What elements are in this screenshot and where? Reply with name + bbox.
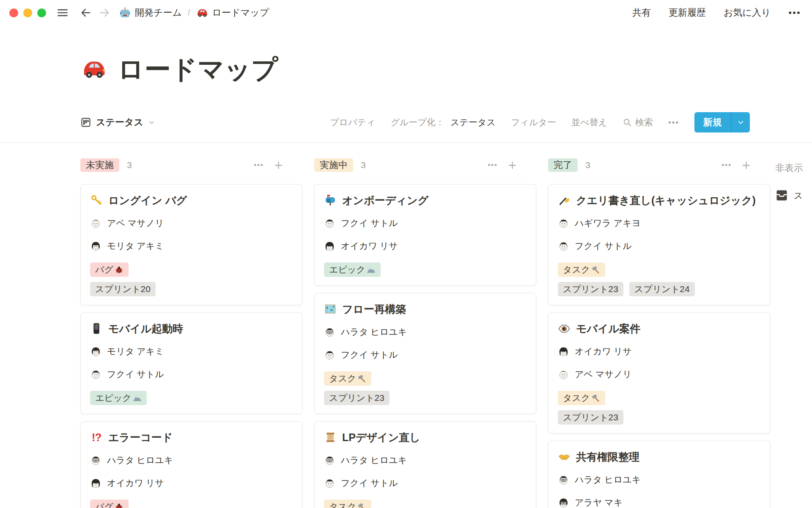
topbar-actions: 共有 更新履歴 お気に入り ••• (632, 6, 812, 19)
column-more-button[interactable]: ••• (488, 161, 498, 169)
card-title: クエリ書き直し(キャッシュロジック) (558, 193, 760, 207)
tag-epic: エピック (90, 391, 147, 405)
hammer-icon (591, 265, 600, 274)
column-add-button[interactable] (507, 160, 518, 171)
group-by-label: グループ化： (391, 116, 444, 128)
column-count: 3 (585, 160, 590, 170)
column-header: 完了 3 ••• (548, 158, 770, 172)
handshake-icon (558, 450, 571, 463)
search-button[interactable]: 検索 (623, 116, 653, 128)
share-button[interactable]: 共有 (632, 6, 651, 19)
mountain-icon (133, 394, 142, 403)
hidden-group-item[interactable]: ス (775, 189, 812, 202)
card-tags: エピック (90, 391, 293, 405)
favorites-button[interactable]: お気に入り (724, 6, 771, 19)
tag-sprint: スプリント20 (90, 282, 156, 296)
card[interactable]: モバイル案件 オイカワ リサ アベ マサノリ タスク スプリント23 (548, 312, 770, 433)
avatar-woman-bob-icon (90, 240, 102, 252)
red-car-icon[interactable] (81, 56, 107, 83)
status-badge[interactable]: 未実施 (80, 158, 119, 172)
nav-back-button[interactable] (80, 7, 92, 19)
plus-icon (741, 160, 752, 171)
close-button[interactable] (9, 8, 18, 17)
tag-sprint: スプリント23 (324, 391, 390, 405)
person-property: アラヤ マキ (558, 496, 760, 508)
writing-hand-icon (558, 194, 571, 207)
filter-button[interactable]: フィルター (511, 116, 556, 128)
sidebar-toggle-button[interactable] (56, 6, 69, 19)
status-badge[interactable]: 実施中 (314, 158, 353, 172)
board-column-not-started: 未実施 3 ••• ロングイン バグ アベ マサノリ モリタ アキミ (80, 158, 302, 508)
card-title: 共有権限整理 (558, 450, 760, 464)
column-add-button[interactable] (273, 160, 284, 171)
breadcrumb-workspace-label: 開発チーム (135, 6, 182, 19)
card-tags: バグ スプリント20 (90, 262, 293, 296)
key-icon (90, 194, 103, 207)
column-add-button[interactable] (741, 160, 752, 171)
page-title-text[interactable]: ロードマップ (118, 52, 278, 87)
breadcrumb-page[interactable]: ロードマップ (194, 6, 272, 20)
plus-icon (273, 160, 284, 171)
column-more-button[interactable]: ••• (254, 161, 264, 169)
card[interactable]: フロー再構築 ハラタ ヒロユキ フクイ サトル タスク スプリント23 (314, 293, 536, 414)
tag-task: タスク (324, 500, 371, 508)
hammer-icon (591, 394, 600, 403)
person-property: アベ マサノリ (558, 368, 760, 381)
column-more-button[interactable]: ••• (721, 161, 732, 169)
view-tab-label: ステータス (96, 116, 143, 129)
tag-task: タスク (324, 371, 371, 386)
card[interactable]: LPデザイン直し ハラタ ヒロユキ フクイ サトル タスク (314, 421, 536, 508)
plus-icon (507, 160, 518, 171)
tag-sprint: スプリント23 (558, 410, 623, 425)
person-property: フクイ サトル (324, 217, 527, 229)
tag-task: タスク (558, 391, 605, 405)
card-title: モバイル案件 (558, 321, 760, 336)
group-by-value: ステータス (450, 116, 496, 128)
avatar-man-older-icon (90, 218, 102, 229)
card[interactable]: 共有権限整理 ハラタ ヒロユキ アラヤ マキ (548, 441, 770, 508)
card-title: オンボーディング (324, 193, 527, 207)
updates-button[interactable]: 更新履歴 (669, 6, 706, 19)
nav-forward-button[interactable] (99, 7, 110, 19)
new-dropdown-button[interactable] (731, 112, 750, 133)
card[interactable]: エラーコード ハラタ ヒロユキ オイカワ リサ バグ (80, 421, 302, 508)
status-badge[interactable]: 完了 (548, 158, 578, 172)
person-property: ハラタ ヒロユキ (324, 326, 527, 338)
column-header: 未実施 3 ••• (80, 158, 302, 172)
card[interactable]: クエリ書き直し(キャッシュロジック) ハギワラ アキヨ フクイ サトル タスク … (548, 184, 770, 305)
zoom-button[interactable] (37, 8, 46, 17)
hammer-icon (357, 502, 366, 508)
card[interactable]: ロングイン バグ アベ マサノリ モリタ アキミ バグ スプリント20 (80, 184, 302, 305)
search-label: 検索 (635, 116, 653, 128)
tag-task: タスク (558, 262, 605, 277)
minimize-button[interactable] (23, 8, 32, 17)
toolbar-divider (0, 142, 812, 143)
card-title: ロングイン バグ (90, 193, 293, 207)
avatar-man-dark-icon (324, 218, 335, 229)
column-count: 3 (361, 160, 366, 170)
group-by-button[interactable]: グループ化： ステータス (391, 116, 496, 128)
more-menu-button[interactable]: ••• (788, 8, 801, 18)
chevron-down-icon (737, 119, 745, 127)
new-button-label[interactable]: 新規 (694, 112, 731, 133)
breadcrumb-workspace[interactable]: 開発チーム (116, 6, 184, 20)
window-controls (9, 8, 46, 17)
mailbox-icon (324, 194, 337, 207)
avatar-woman-glasses-icon (558, 497, 569, 508)
new-button[interactable]: 新規 (694, 112, 750, 133)
sort-button[interactable]: 並べ替え (571, 116, 607, 128)
person-property: ハラタ ヒロユキ (324, 454, 527, 467)
card[interactable]: モバイル起動時 モリタ アキミ フクイ サトル エピック (80, 312, 302, 414)
page-content: ロードマップ ステータス プロパティ グループ化： ステータス フィルター 並べ… (0, 52, 812, 508)
properties-button[interactable]: プロパティ (330, 116, 375, 128)
card[interactable]: オンボーディング フクイ サトル オイカワ リサ エピック (314, 184, 536, 286)
tag-sprint: スプリント24 (629, 282, 695, 296)
avatar-man-dark-icon (324, 478, 335, 489)
avatar-man-glasses-icon (90, 455, 102, 466)
toolbar-more-button[interactable]: ••• (668, 118, 679, 127)
view-tab-status[interactable]: ステータス (80, 116, 155, 129)
hidden-groups-label[interactable]: 非表示 (775, 162, 812, 174)
ladybug-icon (115, 502, 123, 508)
card-tags: バグ (90, 500, 293, 508)
breadcrumb-page-label: ロードマップ (212, 6, 269, 19)
